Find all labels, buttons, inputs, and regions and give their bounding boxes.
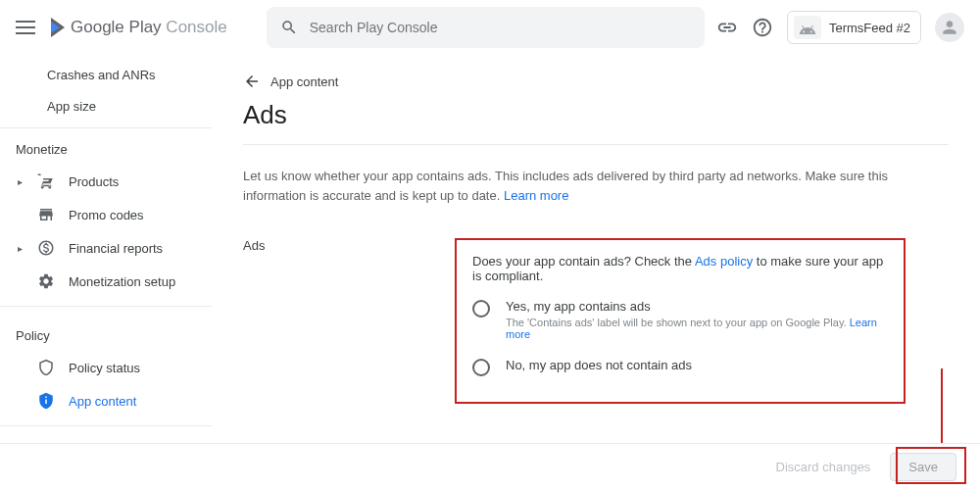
save-button[interactable]: Save <box>890 453 956 481</box>
search-input[interactable] <box>310 20 691 35</box>
sidebar-section-monetize: Monetize <box>0 127 212 165</box>
android-icon <box>794 16 821 39</box>
shield-icon <box>37 359 55 376</box>
sidebar-item-crashes[interactable]: Crashes and ANRs <box>0 59 212 90</box>
page-description: Let us know whether your app contains ad… <box>243 167 949 205</box>
gear-icon <box>37 272 55 290</box>
back-link[interactable]: App content <box>243 73 949 90</box>
search-icon <box>280 19 298 36</box>
discard-button[interactable]: Discard changes <box>776 460 871 474</box>
sidebar-item-monsetup[interactable]: Monetization setup <box>0 265 212 298</box>
radio-icon <box>472 359 490 376</box>
caret-icon: ▸ <box>18 243 24 254</box>
store-icon <box>37 206 55 223</box>
sidebar: Crashes and ANRs App size Monetize ▸ Pro… <box>0 55 212 443</box>
user-avatar[interactable] <box>935 13 964 42</box>
main-content: App content Ads Let us know whether your… <box>212 55 980 443</box>
section-label: Ads <box>243 238 455 404</box>
sidebar-item-appsize[interactable]: App size <box>0 90 212 122</box>
ads-policy-link[interactable]: Ads policy <box>695 254 753 269</box>
logo-text-main: Google Play <box>71 18 162 36</box>
help-icon[interactable] <box>752 17 773 38</box>
page-title: Ads <box>243 100 949 130</box>
sidebar-section-policy: Policy <box>0 315 212 351</box>
menu-icon[interactable] <box>16 21 39 34</box>
cart-icon <box>37 172 55 190</box>
link-icon[interactable] <box>716 17 738 38</box>
ads-question: Does your app contain ads? Check the Ads… <box>472 254 888 283</box>
info-shield-icon <box>37 392 55 410</box>
dollar-icon <box>37 239 55 257</box>
radio-no[interactable]: No, my app does not contain ads <box>472 358 888 376</box>
ads-options-box: Does your app contain ads? Check the Ads… <box>455 238 906 404</box>
annotation-arrow <box>941 368 943 443</box>
arrow-left-icon <box>243 73 261 90</box>
sidebar-item-financial[interactable]: ▸ Financial reports <box>0 231 212 265</box>
logo-text-sub: Console <box>162 18 227 36</box>
sidebar-item-promo[interactable]: Promo codes <box>0 198 212 231</box>
sidebar-item-products[interactable]: ▸ Products <box>0 165 212 198</box>
play-triangle-icon <box>51 18 65 37</box>
radio-icon <box>472 300 490 318</box>
sidebar-item-appcontent[interactable]: App content <box>0 384 212 417</box>
caret-icon: ▸ <box>18 176 24 187</box>
learn-more-link[interactable]: Learn more <box>504 188 568 203</box>
radio-yes[interactable]: Yes, my app contains ads The 'Contains a… <box>472 299 888 340</box>
footer-bar: Discard changes Save <box>0 443 980 490</box>
account-chip[interactable]: TermsFeed #2 <box>787 11 921 44</box>
account-name: TermsFeed #2 <box>829 21 910 35</box>
play-console-logo[interactable]: Google Play Console <box>51 18 227 37</box>
search-bar[interactable] <box>267 7 705 48</box>
sidebar-item-policystatus[interactable]: Policy status <box>0 351 212 384</box>
